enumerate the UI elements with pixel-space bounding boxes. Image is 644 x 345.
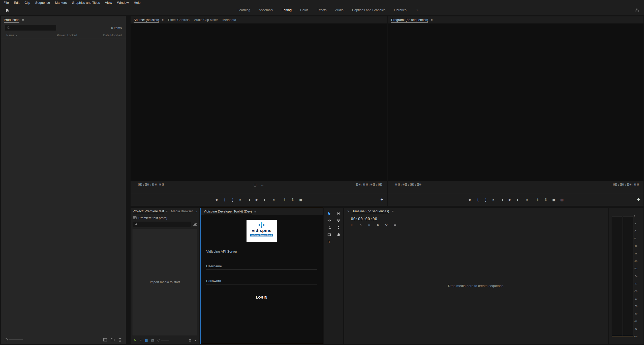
menu-clip[interactable]: Clip [22,1,33,5]
project-media-area[interactable]: Import media to start [133,229,197,335]
chevron-down-icon[interactable]: ▾ [195,339,196,342]
workspace-overflow-button[interactable]: » [416,8,418,12]
pen-tool-button[interactable] [335,224,342,231]
panel-menu-icon[interactable]: ≡ [254,210,256,214]
project-writable-icon[interactable]: ✎ [134,338,136,342]
new-item-icon[interactable] [103,338,107,342]
menu-edit[interactable]: Edit [11,1,22,5]
go-to-out-button[interactable]: ⇥ [525,198,528,202]
home-button[interactable] [4,7,10,13]
type-tool-button[interactable]: T [326,238,332,245]
mark-in-button[interactable]: { [223,198,227,202]
button-editor-add-button[interactable]: + [637,197,640,202]
timeline-drop-area[interactable]: Drop media here to create sequence. [344,227,608,344]
workspace-tab-effects[interactable]: Effects [317,8,327,12]
workspace-tab-libraries[interactable]: Libraries [394,8,407,12]
workspace-tab-color[interactable]: Color [300,8,308,12]
add-marker-button[interactable]: ◆ [468,198,472,202]
project-search-input[interactable] [133,222,191,227]
export-frame-button[interactable]: ▣ [552,198,556,202]
zoom-fit-icon[interactable]: ↔ [261,183,264,187]
column-header-name[interactable]: Name ▼ [6,34,18,37]
panel-menu-icon[interactable]: ≡ [162,18,164,22]
button-editor-add-button[interactable]: + [380,197,383,202]
slip-tool-button[interactable] [326,224,332,231]
menu-markers[interactable]: Markers [52,1,69,5]
linked-selection-icon[interactable]: ∞ [367,223,371,227]
step-forward-button[interactable]: ▸ [516,198,520,202]
workspace-tab-learning[interactable]: Learning [237,8,250,12]
comparison-view-button[interactable]: ▥ [560,198,564,202]
menu-window[interactable]: Window [115,1,131,5]
new-bin-icon[interactable] [111,338,115,341]
create-search-bin-icon[interactable] [193,222,197,226]
trash-icon[interactable] [118,338,122,342]
zoom-slider-knob[interactable] [5,338,8,341]
project-file-row[interactable]: Premiere test.prproj [131,215,199,221]
tab-source[interactable]: Source: (no clips) [134,17,159,23]
menu-file[interactable]: File [1,1,11,5]
panel-menu-icon[interactable]: ≡ [431,18,433,22]
sort-icons-button[interactable]: ≣ [189,338,192,342]
insert-button[interactable]: ⇧ [283,198,287,202]
workspace-tab-audio[interactable]: Audio [335,8,343,12]
program-position-timecode[interactable]: 00:00:00:00 [395,182,422,187]
freeform-view-button[interactable]: ▧ [151,338,154,342]
icon-view-button[interactable]: ▦ [145,338,148,342]
production-search-input[interactable] [5,25,56,31]
nest-toggle-icon[interactable]: ⊞ [350,223,354,227]
track-select-forward-tool-button[interactable] [335,210,342,217]
zoom-slider[interactable] [5,338,23,341]
tab-audio-clip-mixer[interactable]: Audio Clip Mixer [194,17,218,23]
overwrite-button[interactable]: ⇩ [291,198,295,202]
tab-project[interactable]: Project: Premiere test [133,208,164,215]
thumbnail-zoom-slider[interactable] [158,339,169,341]
tab-timeline[interactable]: Timeline: (no sequences) [352,208,389,215]
workspace-tab-captions-and-graphics[interactable]: Captions and Graphics [352,8,385,12]
snap-icon[interactable]: ∩ [359,223,362,227]
tab-metadata[interactable]: Metadata [222,17,236,23]
hand-tool-button[interactable] [335,231,342,238]
username-field[interactable]: Username [206,264,317,270]
rectangle-tool-button[interactable] [326,231,332,238]
tab-effect-controls[interactable]: Effect Controls [168,17,190,23]
play-button[interactable]: ▶ [508,198,512,202]
extract-button[interactable]: ⇩ [544,198,548,202]
mark-out-button[interactable]: } [231,198,235,202]
monitor-settings-icon[interactable]: ▢ [254,183,257,187]
close-panel-icon[interactable]: × [347,209,349,213]
menu-graphics-and-titles[interactable]: Graphics and Titles [69,1,102,5]
panel-menu-icon[interactable]: ≡ [392,209,394,213]
tab-program[interactable]: Program: (no sequences) [391,17,428,23]
razor-tool-button[interactable] [335,217,342,224]
lift-button[interactable]: ⇧ [536,198,540,202]
audio-meter[interactable] [612,216,633,336]
add-marker-button[interactable]: ◆ [215,198,219,202]
timeline-settings-icon[interactable]: ⚙ [385,223,388,227]
api-server-field[interactable]: Vidispine API Server [206,250,317,255]
mark-out-button[interactable]: } [484,198,488,202]
play-button[interactable]: ▶ [255,198,259,202]
tab-overflow-button[interactable]: » [195,209,197,213]
tab-vidispine-developer-toolkit[interactable]: Vidispine Developer Toolkit (Dev) [204,208,252,215]
list-view-button[interactable]: ≡ [140,338,142,342]
panel-menu-icon[interactable]: ≡ [166,209,168,213]
column-header-project-locked[interactable]: Project Locked [57,34,77,37]
ripple-edit-tool-button[interactable] [326,217,332,224]
selection-tool-button[interactable] [326,210,332,217]
go-to-out-button[interactable]: ⇥ [271,198,275,202]
workspace-tab-assembly[interactable]: Assembly [259,8,273,12]
column-header-date-modified[interactable]: Date Modified [103,34,122,37]
add-marker-icon[interactable]: ◆ [376,223,380,227]
menu-sequence[interactable]: Sequence [33,1,53,5]
menu-view[interactable]: View [103,1,115,5]
quick-export-button[interactable] [634,7,640,13]
source-position-timecode[interactable]: 00:00:00:00 [138,182,164,187]
panel-menu-icon[interactable]: ≡ [22,18,24,22]
tab-media-browser[interactable]: Media Browser [171,208,193,215]
production-item-list[interactable] [1,39,126,335]
workspace-tab-editing[interactable]: Editing [282,8,292,12]
menu-help[interactable]: Help [131,1,143,5]
zoom-slider-knob[interactable] [158,339,160,341]
step-back-button[interactable]: ◂ [500,198,504,202]
